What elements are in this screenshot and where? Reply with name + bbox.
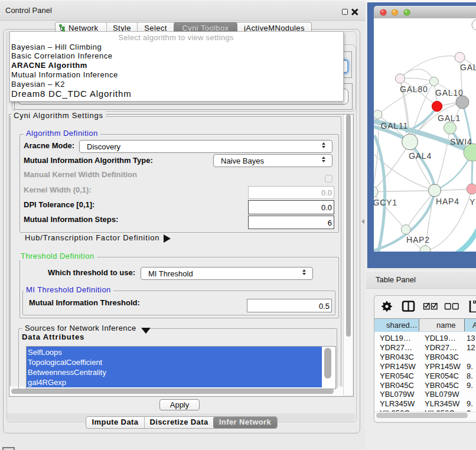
svg-text:GCY1: GCY1 — [374, 198, 397, 207]
svg-text:GAL1: GAL1 — [438, 113, 461, 123]
svg-text:SWI4: SWI4 — [450, 137, 472, 146]
svg-text:GAL11: GAL11 — [381, 121, 409, 131]
svg-text:HAP2: HAP2 — [406, 235, 430, 244]
svg-text:HAP4: HAP4 — [436, 197, 459, 206]
svg-text:GAL80: GAL80 — [400, 84, 428, 94]
svg-text:GAL2: GAL2 — [460, 63, 476, 72]
svg-text:GAL10: GAL10 — [435, 88, 464, 97]
svg-text:YM: YM — [470, 197, 476, 207]
svg-text:GAL4: GAL4 — [409, 151, 432, 161]
